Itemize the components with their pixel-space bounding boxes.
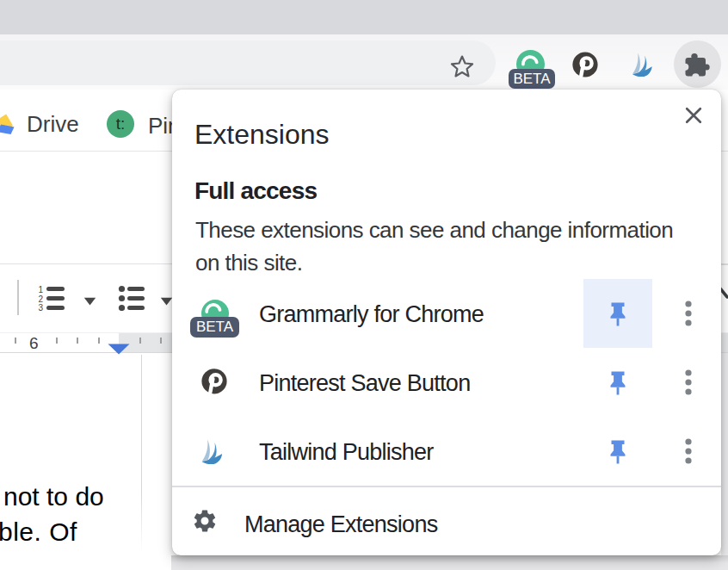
- svg-text:3: 3: [39, 303, 44, 311]
- svg-text:1: 1: [39, 285, 44, 294]
- svg-text:2: 2: [39, 294, 44, 304]
